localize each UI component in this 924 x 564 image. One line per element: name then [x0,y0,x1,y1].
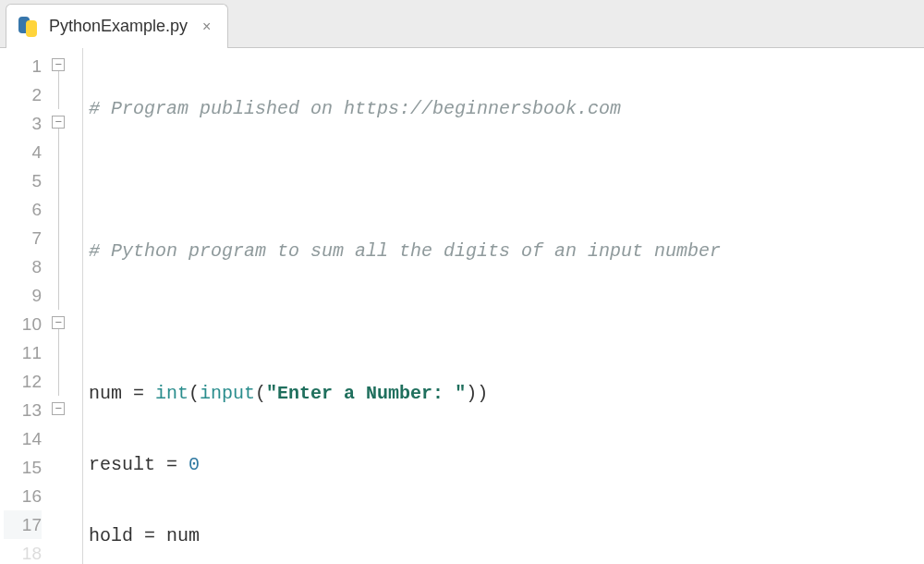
line-number: 13 [4,396,42,424]
python-icon [16,15,40,39]
line-number: 8 [4,252,42,281]
line-number: 1 [4,52,42,80]
fold-gutter: − − − − [50,48,83,564]
line-number: 9 [4,281,42,310]
line-number: 3 [4,109,42,138]
code-ident: num [89,383,122,404]
fold-toggle-icon[interactable]: − [52,402,65,415]
line-number: 5 [4,166,42,195]
code-builtin: input [200,383,255,404]
line-number: 4 [4,138,42,166]
line-number: 15 [4,453,42,482]
code-comment: # Program published on https://beginners… [89,98,621,119]
line-number: 14 [4,424,42,453]
line-number-gutter: 1 2 3 4 5 6 7 8 9 10 11 12 13 14 15 16 1… [0,48,50,564]
line-number: 17 [4,510,42,539]
fold-toggle-icon[interactable]: − [52,116,65,129]
line-number: 16 [4,482,42,510]
tab-filename: PythonExample.py [49,17,188,36]
close-icon[interactable]: × [202,18,211,35]
code-content[interactable]: # Program published on https://beginners… [83,48,924,564]
line-number: 10 [4,310,42,338]
code-string: "Enter a Number: " [266,383,466,404]
line-number: 7 [4,224,42,252]
fold-toggle-icon[interactable]: − [52,316,65,329]
tab-bar: PythonExample.py × [0,0,924,48]
code-number: 0 [188,454,200,475]
line-number: 18 [4,539,42,564]
file-tab[interactable]: PythonExample.py × [6,4,228,48]
line-number: 2 [4,80,42,109]
line-number: 12 [4,367,42,396]
fold-toggle-icon[interactable]: − [52,58,65,71]
line-number: 11 [4,338,42,367]
line-number: 6 [4,195,42,224]
code-builtin: int [155,383,188,404]
code-comment: # Python program to sum all the digits o… [89,240,721,262]
code-editor[interactable]: 1 2 3 4 5 6 7 8 9 10 11 12 13 14 15 16 1… [0,48,924,564]
